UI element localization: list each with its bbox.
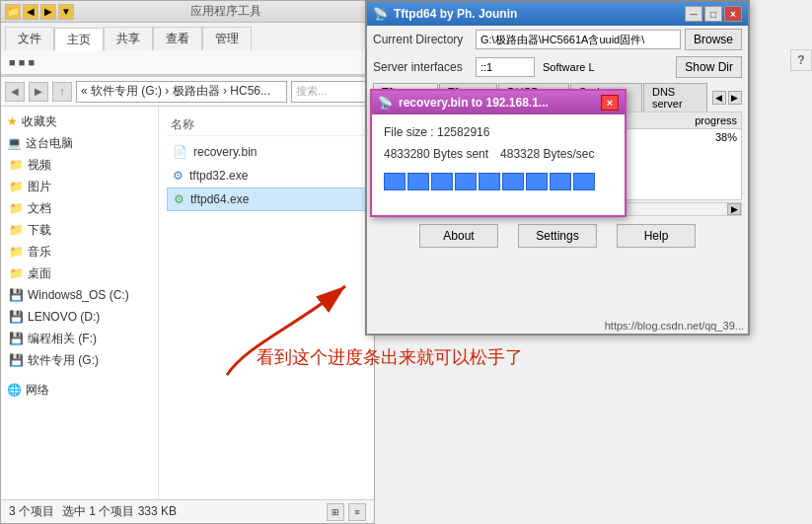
sidebar-label: LENOVO (D:) <box>28 310 100 324</box>
file-item-recovery[interactable]: 📄 recovery.bin <box>167 140 366 164</box>
status-bar: 3 个项目 选中 1 个项目 333 KB ⊞ ≡ <box>1 499 374 523</box>
sidebar-item-f-drive[interactable]: 💾 编程相关 (F:) <box>1 328 158 349</box>
ribbon-action: ■ ■ ■ <box>9 56 35 68</box>
transfer-body: File size : 12582916 4833280 Bytes sent … <box>372 114 625 198</box>
tftpd-bottom-btns: About Settings Help <box>367 218 748 254</box>
back-nav-btn[interactable]: ◀ <box>5 82 25 102</box>
maximize-btn[interactable]: □ <box>704 6 722 22</box>
up-nav-btn[interactable]: ↑ <box>52 82 72 102</box>
sidebar-item-c-drive[interactable]: 💾 Windows8_OS (C:) <box>1 284 158 306</box>
transfer-close-btn[interactable]: × <box>601 95 619 111</box>
ribbon-content: ■ ■ ■ <box>1 50 374 76</box>
tab-view[interactable]: 查看 <box>153 27 202 50</box>
tab-file[interactable]: 文件 <box>5 27 54 50</box>
search-box[interactable]: 搜索... <box>291 81 370 103</box>
back-icon[interactable]: ◀ <box>23 4 38 20</box>
transfer-titlebar: 📡 recovery.bin to 192.168.1... × <box>372 91 625 114</box>
sidebar-item-g-drive[interactable]: 💾 软件专用 (G:) <box>1 349 158 371</box>
tab-manage[interactable]: 管理 <box>202 27 252 50</box>
tab-prev-btn[interactable]: ◀ <box>712 91 726 105</box>
transfer-dialog: 📡 recovery.bin to 192.168.1... × File si… <box>370 89 627 217</box>
tab-dns-server[interactable]: DNS server <box>643 83 707 112</box>
folder-icon: 📁 <box>9 201 24 215</box>
network-label: 网络 <box>26 382 49 399</box>
sidebar-item-music[interactable]: 📁 音乐 <box>1 241 158 262</box>
scroll-right-btn[interactable]: ▶ <box>727 203 741 215</box>
current-dir-label: Current Directory <box>373 33 472 46</box>
progress-block <box>431 173 453 190</box>
network-section: 🌐 网络 <box>1 379 158 401</box>
down-icon[interactable]: ▼ <box>58 4 74 20</box>
tab-next-btn[interactable]: ▶ <box>728 91 742 105</box>
progress-block <box>573 173 595 190</box>
drive-icon: 💾 <box>9 310 24 324</box>
sidebar-item-docs[interactable]: 📁 文档 <box>1 197 158 219</box>
folder-icon: 📁 <box>5 4 21 20</box>
drive-icon: 💾 <box>9 332 24 345</box>
address-path[interactable]: « 软件专用 (G:) › 极路由器 › HC56... <box>76 81 287 103</box>
bin-file-icon: 📄 <box>173 145 187 159</box>
current-dir-input[interactable] <box>476 30 681 49</box>
minimize-btn[interactable]: ─ <box>685 6 702 22</box>
file-item-tftpd32[interactable]: ⚙ tftpd32.exe <box>167 164 366 187</box>
explorer-window: 📁 ◀ ▶ ▼ 应用程序工具 文件 主页 共享 查看 管理 ■ ■ ■ ◀ ▶ … <box>0 0 375 524</box>
server-interfaces-label: Server interfaces <box>373 60 472 74</box>
col-header-progress: progress <box>647 114 737 126</box>
forward-icon[interactable]: ▶ <box>40 4 56 20</box>
folder-icon: 📁 <box>9 180 24 193</box>
this-pc-label: 这台电脑 <box>26 135 73 152</box>
sidebar-label: 桌面 <box>28 265 51 282</box>
sidebar-item-video[interactable]: 📁 视频 <box>1 154 158 176</box>
progress-block <box>502 173 524 190</box>
sidebar-item-pictures[interactable]: 📁 图片 <box>1 176 158 197</box>
folder-icon: 📁 <box>9 266 24 280</box>
exe-file-icon: ⚙ <box>173 169 184 183</box>
folder-icon: 📁 <box>9 245 24 259</box>
tab-home[interactable]: 主页 <box>54 28 104 51</box>
ribbon-tabs: 文件 主页 共享 查看 管理 <box>1 23 374 50</box>
browse-btn[interactable]: Browse <box>685 29 742 50</box>
sidebar-this-pc-header[interactable]: 💻 这台电脑 <box>1 132 158 154</box>
progress-block <box>550 173 571 190</box>
bytes-sec: 483328 Bytes/sec <box>500 144 594 166</box>
sidebar-item-desktop[interactable]: 📁 桌面 <box>1 262 158 284</box>
progress-block <box>407 173 429 190</box>
tab-share[interactable]: 共享 <box>104 27 153 50</box>
address-bar: ◀ ▶ ↑ « 软件专用 (G:) › 极路由器 › HC56... 搜索... <box>1 77 374 107</box>
file-name: recovery.bin <box>193 145 257 159</box>
forward-nav-btn[interactable]: ▶ <box>29 82 48 102</box>
transfer-progress <box>384 173 613 190</box>
drive-icon: 💾 <box>9 288 24 302</box>
sidebar-label: 图片 <box>28 179 51 195</box>
tftpd-close-btn[interactable]: × <box>724 6 742 22</box>
main-content: ★ 收藏夹 💻 这台电脑 📁 视频 📁 图片 📁 文档 📁 下载 <box>1 107 374 499</box>
tftpd-titlebar: 📡 Tftpd64 by Ph. Jounin ─ □ × <box>367 2 748 26</box>
computer-icon: 💻 <box>7 136 22 150</box>
sidebar-network-header[interactable]: 🌐 网络 <box>1 379 158 401</box>
current-dir-row: Current Directory Browse <box>367 26 748 53</box>
status-url: https://blog.csdn.net/qq_39... <box>601 318 748 334</box>
progress-block <box>455 173 477 190</box>
file-size-info: File size : 12582916 <box>384 122 613 144</box>
sidebar-item-d-drive[interactable]: 💾 LENOVO (D:) <box>1 306 158 328</box>
network-icon: 🌐 <box>7 383 22 397</box>
showdir-btn[interactable]: Show Dir <box>676 56 742 78</box>
sidebar-label: Windows8_OS (C:) <box>28 288 129 302</box>
bytes-sent: 4833280 Bytes sent <box>384 144 488 166</box>
file-name: tftpd32.exe <box>189 169 248 183</box>
about-btn[interactable]: About <box>419 224 498 248</box>
help-side-btn[interactable]: ? <box>790 49 812 71</box>
settings-btn[interactable]: Settings <box>518 224 597 248</box>
sidebar-favorites-header[interactable]: ★ 收藏夹 <box>1 111 158 132</box>
sidebar-label: 音乐 <box>28 244 51 261</box>
list-view-btn[interactable]: ≡ <box>348 503 366 521</box>
server-interfaces-input[interactable] <box>476 57 535 77</box>
sidebar-item-downloads[interactable]: 📁 下载 <box>1 219 158 241</box>
sidebar-label: 下载 <box>28 222 51 239</box>
server-interfaces-row: Server interfaces Software L Show Dir <box>367 53 748 81</box>
file-item-tftpd64[interactable]: ⚙ tftpd64.exe <box>167 187 366 211</box>
large-view-btn[interactable]: ⊞ <box>327 503 344 521</box>
help-btn[interactable]: Help <box>617 224 696 248</box>
status-bar-right: ⊞ ≡ <box>327 503 366 521</box>
exe2-file-icon: ⚙ <box>174 192 185 206</box>
